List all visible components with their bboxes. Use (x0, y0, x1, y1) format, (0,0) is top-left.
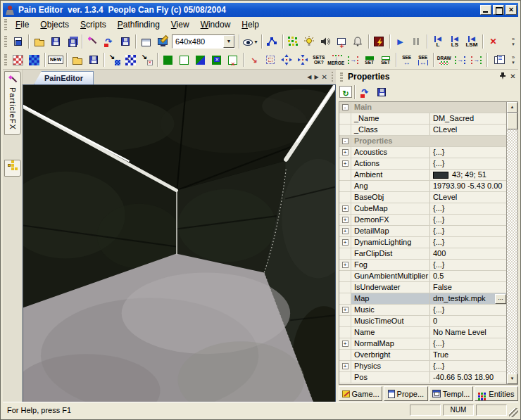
toolbar-overflow-button[interactable]: »▼ (508, 55, 518, 65)
expand-box[interactable]: + (342, 205, 349, 212)
new-scheme-button[interactable] (10, 34, 26, 49)
property-row[interactable]: +NormalMap{...} (339, 338, 506, 350)
panel-grip[interactable] (340, 72, 343, 82)
property-row[interactable]: +Music{...} (339, 305, 506, 316)
property-row[interactable]: +DynamicLighting{...} (339, 237, 506, 248)
copy-back-button[interactable]: → (468, 52, 484, 68)
clear-texture-button[interactable]: ✕ (139, 52, 155, 68)
copy-button[interactable] (489, 52, 506, 68)
load-save-button[interactable]: ◀LS (446, 34, 463, 49)
open-button[interactable] (31, 34, 47, 49)
tab-game[interactable]: Game... (339, 386, 382, 401)
power-button[interactable] (371, 34, 387, 49)
combobox-dropdown-button[interactable]: ▼ (223, 35, 234, 48)
expand-box[interactable]: + (342, 341, 349, 347)
screen-edit-button[interactable] (154, 34, 170, 49)
property-row-map-selected[interactable]: Mapdm_testpk.mpk... (339, 293, 506, 305)
property-row[interactable]: OverbrightTrue (339, 350, 506, 361)
menu-pathfinding[interactable]: Pathfinding (112, 18, 165, 32)
property-row[interactable]: BaseObjCLevel (339, 192, 506, 203)
fill-split-button[interactable] (192, 52, 208, 68)
apply-down-button[interactable] (123, 52, 139, 68)
ellipsis-button[interactable]: ... (495, 294, 506, 304)
panel-close-button[interactable]: ✕ (508, 72, 518, 82)
property-row[interactable]: _NameDM_Sacred (339, 113, 506, 125)
grid-scrollbar[interactable]: ▲ ▼ (506, 102, 517, 384)
section-header-properties[interactable]: -Properties (339, 136, 506, 147)
scroll-up-button[interactable]: ▲ (507, 102, 517, 113)
stop-button[interactable]: ✕ (485, 34, 501, 49)
expand-box[interactable]: + (342, 149, 349, 155)
property-row[interactable]: NameNo Name Level (339, 327, 506, 338)
property-row-ambient[interactable]: Ambient43; 49; 51 (339, 170, 506, 181)
tab-properties[interactable]: Prope... (384, 386, 427, 401)
fill-marked-button[interactable] (208, 52, 225, 68)
expand-box[interactable]: + (342, 262, 349, 268)
property-row[interactable]: +DetailMap{...} (339, 226, 506, 237)
sets-ok-button[interactable]: SETSOK? (310, 52, 327, 68)
visibility-button[interactable]: ▼ (241, 34, 259, 49)
redo-button[interactable]: ↷ (101, 34, 117, 49)
open-object-button[interactable] (69, 52, 85, 68)
menu-grip[interactable] (4, 19, 7, 30)
collapse-button[interactable] (294, 52, 310, 68)
property-row[interactable]: GunAmbientMultiplier0.5 (339, 271, 506, 282)
property-row[interactable]: +Acoustics{...} (339, 147, 506, 158)
expand-box[interactable]: + (342, 228, 349, 234)
lights-button[interactable] (301, 34, 318, 49)
assign-texture-button[interactable] (106, 52, 123, 68)
save-level-button[interactable] (117, 34, 133, 49)
pause-button[interactable] (408, 34, 425, 49)
pattern-blue-button[interactable] (26, 52, 42, 68)
save-all-button[interactable] (63, 34, 80, 49)
close-button[interactable]: ✕ (506, 5, 517, 15)
pattern-red-button[interactable] (10, 52, 26, 68)
scrollbar-thumb[interactable] (507, 113, 517, 129)
play-button[interactable]: ▶ (392, 34, 408, 49)
menu-scripts[interactable]: Scripts (75, 18, 112, 32)
toolbar-grip[interactable] (4, 54, 7, 65)
sound-button[interactable] (318, 34, 334, 49)
splitter-grip[interactable] (332, 72, 333, 82)
paineditor-tab[interactable]: PainEditor (34, 71, 94, 84)
expand-box[interactable]: + (342, 239, 349, 246)
scroll-down-button[interactable]: ▼ (507, 374, 517, 384)
property-row[interactable]: +CubeMap{...} (339, 203, 506, 215)
property-row[interactable]: +Physics{...} (339, 361, 506, 372)
fill-cross-button[interactable] (225, 52, 241, 68)
menu-window[interactable]: Window (195, 18, 237, 32)
toolbar-grip[interactable] (4, 36, 7, 47)
dropdown-arrow-icon[interactable]: ▼ (253, 39, 258, 44)
property-row[interactable]: _ClassCLevel (339, 125, 506, 136)
properties-header[interactable]: Properties ✕ (337, 70, 520, 83)
collapse-box[interactable]: - (342, 104, 349, 110)
property-row[interactable]: Ang19793.90 -5.43 0.00 (339, 181, 506, 192)
menu-objects[interactable]: Objects (34, 18, 75, 32)
particlefx-tab[interactable]: ParticleFX (4, 71, 21, 135)
section-header-main[interactable]: -Main (339, 102, 506, 113)
load-save-merge-button[interactable]: ◀LSM (463, 34, 480, 49)
selection-frame-button[interactable] (262, 52, 278, 68)
maximize-button[interactable] (493, 5, 504, 15)
reapply-button[interactable]: ↷ (357, 84, 373, 100)
merge-button[interactable]: ↓MERGE (327, 52, 345, 68)
transfer-button[interactable]: → (345, 52, 361, 68)
tab-close-button[interactable]: ✕ (322, 73, 327, 81)
tab-prev-button[interactable]: ◀ (307, 74, 311, 80)
set-filled-button[interactable]: SET (361, 52, 377, 68)
property-row[interactable]: +Actions{...} (339, 158, 506, 170)
pin-button[interactable] (497, 72, 508, 82)
select-move-button[interactable]: ↘ (246, 52, 262, 68)
expand-box[interactable]: + (342, 217, 349, 223)
resolution-combobox[interactable]: 640x480 ▼ (172, 34, 235, 49)
save-object-button[interactable] (85, 52, 101, 68)
expand-button[interactable] (278, 52, 294, 68)
title-bar[interactable]: Pain Editor ver. 1.3.4 People Can Fly (c… (3, 3, 518, 17)
fill-outline-button[interactable] (176, 52, 192, 68)
property-row[interactable]: FarClipDist400 (339, 248, 506, 260)
draw-button[interactable]: DRAW (436, 52, 452, 68)
see-bounded-button[interactable]: SEE↔ (415, 52, 431, 68)
new-window-button[interactable] (138, 34, 154, 49)
save-button[interactable] (47, 34, 63, 49)
tab-entities[interactable]: Entities (475, 386, 518, 401)
